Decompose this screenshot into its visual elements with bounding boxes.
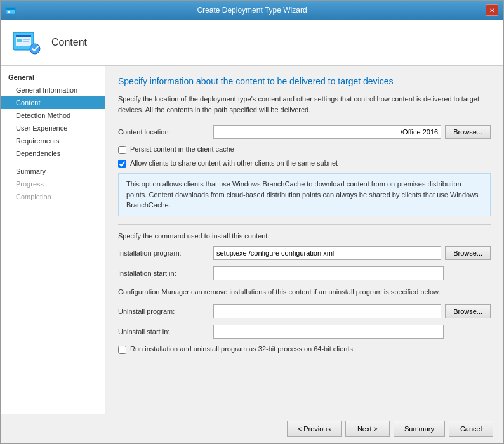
32bit-process-row: Run installation and uninstall program a… [118,345,491,354]
persist-content-row: Persist content in the client cache [118,145,491,154]
sidebar-item-progress: Progress [1,178,105,190]
summary-button[interactable]: Summary [394,421,445,437]
uninstall-program-label: Uninstall program: [118,308,213,315]
title-bar: Create Deployment Type Wizard ✕ [1,1,503,20]
uninstall-start-in-label: Uninstall start in: [118,328,213,336]
installation-program-browse-button[interactable]: Browse... [445,246,491,260]
svg-point-9 [30,44,40,54]
window-icon [6,5,16,15]
uninstall-program-row: Uninstall program: Browse... [118,304,491,318]
branchcache-info-box: This option allows clients that use Wind… [118,173,491,216]
sidebar-item-summary[interactable]: Summary [1,165,105,178]
sidebar-item-detection-method[interactable]: Detection Method [1,109,105,122]
32bit-process-label: Run installation and uninstall program a… [130,345,355,353]
svg-rect-6 [17,39,22,42]
branchcache-info-text: This option allows clients that use Wind… [126,180,479,209]
installation-program-label: Installation program: [118,249,213,257]
content-area: Specify information about the content to… [105,66,503,414]
sidebar-group-general: General [1,71,105,84]
page-title: Specify information about the content to… [118,76,491,86]
sidebar: General General Information Content Dete… [1,66,105,414]
section-divider-1 [118,224,491,225]
allow-clients-row: Allow clients to share content with othe… [118,159,491,168]
header-icon [11,27,41,58]
footer: < Previous Next > Summary Cancel [1,414,503,443]
content-location-label: Content location: [118,128,213,136]
svg-rect-2 [8,11,10,13]
content-location-browse-button[interactable]: Browse... [445,125,491,139]
svg-rect-5 [16,35,31,37]
main-content: General General Information Content Dete… [1,66,503,414]
title-bar-buttons: ✕ [486,4,498,16]
next-button[interactable]: Next > [345,421,390,437]
persist-content-checkbox[interactable] [118,146,126,154]
installation-program-row: Installation program: Browse... [118,246,491,260]
uninstall-start-in-row: Uninstall start in: [118,325,491,339]
svg-rect-1 [6,8,15,10]
32bit-process-checkbox[interactable] [118,346,126,354]
svg-rect-8 [23,41,29,42]
uninstall-info-text: Configuration Manager can remove install… [118,287,491,297]
uninstall-start-in-input[interactable] [213,325,444,339]
uninstall-program-input[interactable] [213,304,441,318]
header-panel: Content [1,20,503,66]
sidebar-item-user-experience[interactable]: User Experience [1,122,105,134]
svg-rect-7 [23,39,30,40]
section-description: Specify the command used to install this… [118,232,491,240]
header-title: Content [51,37,87,48]
sidebar-item-requirements[interactable]: Requirements [1,134,105,147]
installation-start-in-row: Installation start in: [118,266,491,280]
persist-content-label: Persist content in the client cache [130,145,234,153]
sidebar-item-completion: Completion [1,190,105,203]
installation-program-input[interactable] [213,246,441,260]
sidebar-item-general-information[interactable]: General Information [1,84,105,96]
description-text: Specify the location of the deployment t… [118,94,491,115]
window-title: Create Deployment Type Wizard [18,6,486,15]
sidebar-item-dependencies[interactable]: Dependencies [1,147,105,160]
installation-start-in-input[interactable] [213,266,444,280]
sidebar-item-content[interactable]: Content [1,96,105,109]
uninstall-program-browse-button[interactable]: Browse... [445,304,491,318]
previous-button[interactable]: < Previous [287,421,342,437]
installation-start-in-label: Installation start in: [118,270,213,277]
content-location-input[interactable] [213,125,441,139]
cancel-button[interactable]: Cancel [449,421,493,437]
close-button[interactable]: ✕ [486,4,498,16]
allow-clients-checkbox[interactable] [118,160,126,168]
content-location-row: Content location: Browse... [118,125,491,139]
wizard-window: Create Deployment Type Wizard ✕ Content … [0,0,504,444]
allow-clients-label: Allow clients to share content with othe… [130,159,338,167]
